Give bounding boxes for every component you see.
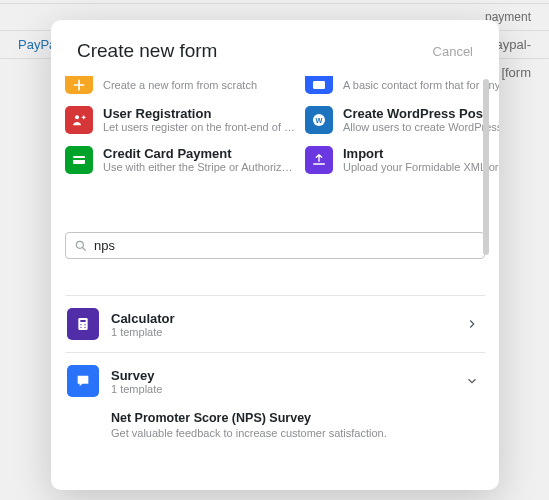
svg-rect-8 — [80, 320, 85, 322]
template-desc: Allow users to create WordPress post… — [343, 121, 499, 133]
template-nps[interactable]: Net Promoter Score (NPS) Survey Get valu… — [65, 409, 485, 453]
mail-icon — [305, 76, 333, 94]
category-toggle-survey[interactable]: Survey 1 template — [65, 353, 485, 409]
modal-title: Create new form — [77, 40, 217, 62]
chevron-right-icon — [465, 317, 479, 331]
cancel-button[interactable]: Cancel — [433, 44, 473, 59]
category-title: Survey — [111, 368, 453, 383]
search-box[interactable] — [65, 232, 485, 259]
chevron-down-icon — [465, 374, 479, 388]
category-calculator: Calculator 1 template — [65, 295, 485, 352]
category-toggle-calculator[interactable]: Calculator 1 template — [65, 296, 485, 352]
template-title: Create WordPress Post — [343, 106, 499, 121]
search-icon — [74, 239, 88, 253]
template-desc: Use with either the Stripe or Authoriz… — [103, 161, 293, 173]
category-title: Calculator — [111, 311, 453, 326]
template-title: User Registration — [103, 106, 295, 121]
upload-icon — [305, 146, 333, 174]
svg-text:W: W — [316, 116, 323, 125]
category-list: Calculator 1 template Survey 1 template — [61, 295, 489, 453]
template-title: Credit Card Payment — [103, 146, 293, 161]
bg-form-hint: [form — [501, 65, 531, 80]
template-desc: A basic contact form that for any Wor… — [343, 79, 499, 91]
template-import[interactable]: Import Upload your Formidable XML or CSV… — [305, 146, 499, 174]
svg-point-11 — [80, 327, 81, 328]
chat-icon — [67, 365, 99, 397]
credit-card-icon — [65, 146, 93, 174]
template-blank[interactable]: Create a new form from scratch — [65, 76, 295, 94]
nps-title: Net Promoter Score (NPS) Survey — [111, 411, 479, 425]
svg-rect-7 — [78, 318, 87, 330]
svg-point-10 — [84, 324, 85, 325]
create-form-modal: Create new form Cancel Create a new form… — [51, 20, 499, 490]
plus-icon — [65, 76, 93, 94]
user-plus-icon — [65, 106, 93, 134]
template-user-registration[interactable]: User Registration Let users register on … — [65, 106, 295, 134]
calculator-icon — [67, 308, 99, 340]
templates-grid: Create a new form from scratch A basic c… — [61, 76, 489, 174]
search-input[interactable] — [94, 238, 476, 253]
template-credit-card[interactable]: Credit Card Payment Use with either the … — [65, 146, 295, 174]
template-desc: Upload your Formidable XML or CSV … — [343, 161, 499, 173]
category-sub: 1 template — [111, 326, 453, 338]
category-survey: Survey 1 template Net Promoter Score (NP… — [65, 352, 485, 453]
svg-point-1 — [75, 115, 79, 119]
scrollbar[interactable] — [483, 79, 489, 255]
wordpress-icon: W — [305, 106, 333, 134]
template-title: Import — [343, 146, 499, 161]
category-sub: 1 template — [111, 383, 453, 395]
template-contact[interactable]: A basic contact form that for any Wor… — [305, 76, 499, 94]
svg-point-9 — [80, 324, 81, 325]
nps-sub: Get valuable feedback to increase custom… — [111, 427, 479, 439]
modal-body: Create a new form from scratch A basic c… — [51, 76, 499, 490]
svg-rect-0 — [313, 81, 325, 89]
svg-point-12 — [84, 327, 85, 328]
svg-rect-5 — [73, 158, 85, 160]
template-desc: Let users register on the front-end of … — [103, 121, 295, 133]
template-wordpress-post[interactable]: W Create WordPress Post Allow users to c… — [305, 106, 499, 134]
svg-point-6 — [76, 241, 83, 248]
template-desc: Create a new form from scratch — [103, 79, 257, 91]
